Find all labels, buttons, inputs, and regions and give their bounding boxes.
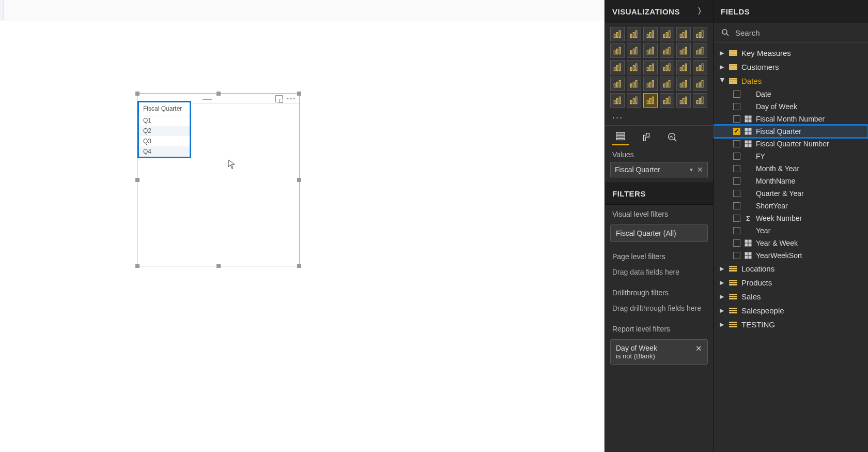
data-table: Fiscal Quarter Q1Q2Q3Q4 (137, 101, 191, 158)
svg-rect-8 (652, 31, 654, 37)
viz-stacked-bar[interactable] (610, 27, 625, 41)
drag-grip-icon[interactable] (203, 98, 212, 100)
field-checkbox[interactable] (733, 202, 740, 209)
viz-py-script[interactable] (676, 93, 691, 108)
field-checkbox[interactable] (733, 165, 740, 172)
more-options-icon[interactable]: ··· (287, 97, 296, 101)
table-products[interactable]: ▶Products (714, 276, 868, 290)
report-canvas[interactable]: ··· Fiscal Quarter Q1Q2Q3Q4 (0, 0, 605, 452)
table-key-measures[interactable]: ▶Key Measures (714, 46, 868, 60)
tab-fields[interactable] (612, 129, 629, 145)
viz-clustered-column[interactable] (660, 27, 674, 41)
viz-card[interactable] (660, 77, 674, 91)
resize-handle[interactable] (135, 178, 140, 182)
viz-donut[interactable] (660, 60, 674, 74)
viz-funnel[interactable] (627, 77, 641, 91)
field-fy[interactable]: FY (714, 150, 868, 162)
viz-slicer[interactable] (610, 93, 625, 108)
viz-r-script[interactable] (660, 93, 674, 108)
viz-line[interactable] (610, 43, 625, 58)
dropdown-icon[interactable]: ▼ (689, 167, 694, 173)
collapse-pane-icon[interactable]: 〉 (698, 6, 706, 17)
viz-filled-map[interactable] (610, 77, 625, 91)
viz-arcgis[interactable] (693, 93, 707, 108)
resize-handle[interactable] (135, 92, 140, 96)
table-sales[interactable]: ▶Sales (714, 290, 868, 304)
table-row: Q4 (139, 146, 190, 157)
field-year-week[interactable]: Year & Week (714, 237, 868, 249)
resize-handle[interactable] (216, 264, 221, 268)
table-salespeople[interactable]: ▶Salespeople (714, 304, 868, 318)
viz-waterfall[interactable] (610, 60, 625, 74)
field-checkbox[interactable] (733, 177, 740, 185)
field-year[interactable]: Year (714, 224, 868, 237)
resize-handle[interactable] (297, 264, 301, 268)
viz-gauge[interactable] (643, 77, 658, 91)
field-checkbox[interactable] (733, 239, 740, 247)
drillthrough-dropzone[interactable]: Drag drillthrough fields here (610, 301, 708, 315)
visual-filter-chip[interactable]: Fiscal Quarter (All) (610, 224, 708, 242)
viz-scatter[interactable] (627, 60, 641, 74)
field-checkbox[interactable] (733, 103, 740, 110)
table-locations[interactable]: ▶Locations (714, 262, 868, 276)
svg-rect-52 (699, 66, 701, 71)
viz-stacked-area[interactable] (643, 43, 658, 58)
viz-kpi[interactable] (693, 77, 707, 91)
field-day-of-week[interactable]: Day of Week (714, 100, 868, 113)
viz-pie[interactable] (643, 60, 658, 74)
field-yearweeksort[interactable]: YearWeekSort (714, 249, 868, 262)
field-fiscal-quarter-number[interactable]: Fiscal Quarter Number (714, 138, 868, 150)
canvas-page[interactable]: ··· Fiscal Quarter Q1Q2Q3Q4 (0, 21, 605, 452)
field-shortyear[interactable]: ShortYear (714, 200, 868, 212)
more-visuals-icon[interactable]: ... (605, 109, 713, 125)
resize-handle[interactable] (216, 92, 221, 96)
remove-filter-icon[interactable]: ✕ (695, 344, 702, 353)
table-dates[interactable]: ▶Dates (714, 74, 868, 88)
field-checkbox[interactable] (733, 91, 740, 98)
resize-handle[interactable] (297, 92, 301, 96)
tab-format[interactable] (638, 129, 655, 145)
viz-100-stacked-column[interactable] (693, 27, 707, 41)
field-monthname[interactable]: MonthName (714, 175, 868, 187)
tab-analytics[interactable] (664, 129, 680, 145)
viz-treemap[interactable] (676, 60, 691, 74)
field-fiscal-month-number[interactable]: Fiscal Month Number (714, 113, 868, 125)
field-week-number[interactable]: ΣWeek Number (714, 212, 868, 224)
field-checkbox[interactable] (733, 140, 740, 147)
viz-table[interactable] (627, 93, 641, 108)
viz-map[interactable] (693, 60, 707, 74)
remove-field-icon[interactable]: ✕ (697, 165, 703, 174)
field-checkbox[interactable] (733, 227, 740, 234)
focus-mode-icon[interactable] (275, 95, 283, 102)
field-checkbox[interactable] (733, 115, 740, 123)
field-checkbox[interactable] (733, 190, 740, 197)
viz-matrix[interactable] (643, 93, 658, 108)
field-fiscal-quarter[interactable]: Fiscal Quarter (714, 125, 868, 138)
values-field-well[interactable]: Fiscal Quarter ▼ ✕ (610, 162, 708, 177)
viz-clustered-bar[interactable] (627, 27, 641, 41)
viz-multi-row-card[interactable] (676, 77, 691, 91)
table-customers[interactable]: ▶Customers (714, 60, 868, 74)
field-checkbox[interactable] (733, 153, 740, 160)
svg-point-94 (722, 29, 727, 34)
viz-line-stacked-column[interactable] (676, 43, 691, 58)
svg-rect-98 (749, 119, 751, 122)
table-visual[interactable]: ··· Fiscal Quarter Q1Q2Q3Q4 (137, 93, 300, 266)
report-filter-chip[interactable]: Day of Week is not (Blank) ✕ (610, 339, 708, 365)
resize-handle[interactable] (297, 178, 301, 182)
viz-line-clustered-column[interactable] (660, 43, 674, 58)
field-checkbox[interactable] (733, 215, 740, 222)
viz-area[interactable] (627, 43, 641, 58)
page-filters-dropzone[interactable]: Drag data fields here (610, 265, 708, 279)
resize-handle[interactable] (135, 264, 140, 268)
table-testing[interactable]: ▶TESTING (714, 318, 868, 332)
field-quarter-year[interactable]: Quarter & Year (714, 187, 868, 200)
field-checkbox[interactable] (733, 128, 740, 135)
field-checkbox[interactable] (733, 252, 740, 259)
viz-stacked-column[interactable] (643, 27, 658, 41)
fields-search[interactable]: Search (714, 23, 868, 43)
field-date[interactable]: Date (714, 88, 868, 100)
viz-ribbon[interactable] (693, 43, 707, 58)
field-month-year[interactable]: Month & Year (714, 162, 868, 175)
viz-100-stacked-bar[interactable] (676, 27, 691, 41)
